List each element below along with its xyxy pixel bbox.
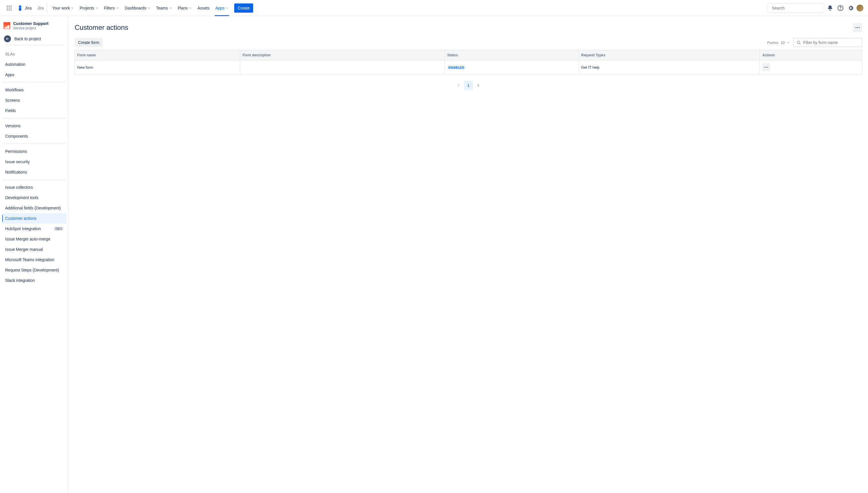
sidebar-item-label: Versions bbox=[5, 124, 21, 128]
sidebar-item-components[interactable]: Components bbox=[2, 131, 66, 141]
sidebar-item-label: HubSpot Integration bbox=[5, 227, 41, 231]
sidebar-item-microsoft-teams-integration[interactable]: Microsoft Teams integration bbox=[2, 255, 66, 265]
sidebar-item-truncated[interactable]: SLAs bbox=[2, 49, 66, 59]
global-search[interactable] bbox=[767, 3, 824, 13]
forms-count-label: Forms: bbox=[767, 41, 779, 45]
svg-point-6 bbox=[7, 9, 8, 10]
nav-item-plans[interactable]: Plans bbox=[175, 1, 194, 15]
forms-count-dropdown[interactable]: Forms: 10 bbox=[767, 41, 790, 45]
table-header: Request Types bbox=[579, 50, 760, 60]
pagination: 1 bbox=[75, 81, 862, 90]
cell-status: ENABLED bbox=[445, 60, 579, 74]
nav-item-label: Assets bbox=[198, 6, 209, 10]
app-switcher-icon[interactable] bbox=[5, 3, 14, 13]
svg-point-18 bbox=[859, 27, 860, 28]
svg-line-20 bbox=[799, 43, 800, 44]
nav-item-your-work[interactable]: Your work bbox=[50, 1, 76, 15]
chevron-down-icon bbox=[116, 7, 119, 9]
sidebar-item-fields[interactable]: Fields bbox=[2, 105, 66, 116]
cell-form-description bbox=[240, 60, 445, 74]
jira-logo-text: Jira bbox=[25, 5, 31, 10]
sidebar-item-additional-fields-development-[interactable]: Additional fields (Development) bbox=[2, 203, 66, 213]
filter-input[interactable] bbox=[803, 40, 860, 45]
svg-point-19 bbox=[797, 41, 800, 44]
nav-item-label: Projects bbox=[79, 6, 94, 10]
chevron-down-icon bbox=[147, 7, 151, 9]
svg-point-2 bbox=[10, 5, 12, 6]
sidebar-item-customer-actions[interactable]: Customer actions bbox=[2, 213, 66, 223]
sidebar-scroll[interactable]: SLAs AutomationAppsWorkflowsScreensField… bbox=[0, 45, 69, 493]
nav-item-filters[interactable]: Filters bbox=[101, 1, 121, 15]
sidebar-divider bbox=[3, 118, 66, 119]
sidebar-item-issue-collectors[interactable]: Issue collectors bbox=[2, 182, 66, 192]
sidebar-item-label: Workflows bbox=[5, 88, 24, 92]
primary-nav: Your workProjectsFiltersDashboardsTeamsP… bbox=[50, 1, 231, 15]
svg-point-4 bbox=[8, 7, 9, 8]
sidebar-item-permissions[interactable]: Permissions bbox=[2, 146, 66, 156]
sidebar-item-apps[interactable]: Apps bbox=[2, 69, 66, 80]
sidebar-item-badge: DEV bbox=[54, 227, 64, 231]
sidebar-item-slack-integration[interactable]: Slack integration bbox=[2, 275, 66, 285]
page-more-actions-button[interactable] bbox=[853, 23, 862, 32]
sidebar-item-hubspot-integration[interactable]: HubSpot IntegrationDEV bbox=[2, 223, 66, 234]
sidebar-item-label: Fields bbox=[5, 108, 16, 113]
sidebar-item-request-steps-development-[interactable]: Request Steps (Development) bbox=[2, 265, 66, 275]
svg-point-21 bbox=[764, 67, 765, 68]
svg-rect-15 bbox=[8, 26, 9, 29]
svg-point-8 bbox=[10, 9, 12, 10]
pagination-prev-button[interactable] bbox=[454, 81, 463, 90]
sidebar-item-label: Customer actions bbox=[5, 216, 37, 221]
nav-item-apps[interactable]: Apps bbox=[213, 1, 231, 15]
jira-logo[interactable]: Jira bbox=[15, 3, 33, 13]
sidebar-item-label: Components bbox=[5, 134, 28, 138]
svg-point-1 bbox=[8, 5, 9, 6]
create-button[interactable]: Create bbox=[234, 3, 253, 13]
nav-item-dashboards[interactable]: Dashboards bbox=[122, 1, 153, 15]
chevron-down-icon bbox=[95, 7, 98, 9]
chevron-right-icon bbox=[476, 83, 480, 88]
chevron-down-icon bbox=[71, 7, 74, 9]
chevron-down-icon bbox=[786, 41, 790, 44]
sidebar-item-issue-merger-manual[interactable]: Issue Merger manual bbox=[2, 244, 66, 255]
table-header: Form name bbox=[75, 50, 240, 60]
sidebar-item-notifications[interactable]: Notifications bbox=[2, 167, 66, 177]
back-to-project-link[interactable]: Back to project bbox=[0, 33, 69, 45]
filter-by-name[interactable] bbox=[793, 38, 862, 47]
sidebar-item-automation[interactable]: Automation bbox=[2, 59, 66, 69]
help-icon[interactable] bbox=[836, 3, 845, 13]
nav-item-label: Dashboards bbox=[124, 6, 146, 10]
global-search-input[interactable] bbox=[771, 5, 823, 10]
nav-item-label: Your work bbox=[52, 6, 70, 10]
pagination-next-button[interactable] bbox=[474, 81, 483, 90]
more-horizontal-icon bbox=[763, 65, 769, 70]
sidebar-item-label: Request Steps (Development) bbox=[5, 268, 59, 272]
svg-rect-14 bbox=[6, 26, 8, 29]
nav-item-projects[interactable]: Projects bbox=[77, 1, 100, 15]
jira-mark-icon bbox=[17, 5, 24, 12]
cell-request-types: Get IT help bbox=[579, 60, 760, 74]
sidebar-item-versions[interactable]: Versions bbox=[2, 121, 66, 131]
top-nav: Jira Jira Your workProjectsFiltersDashbo… bbox=[0, 0, 868, 16]
project-header[interactable]: Customer Support Service project bbox=[0, 16, 69, 33]
sidebar-item-label: Apps bbox=[5, 72, 14, 77]
more-horizontal-icon bbox=[855, 25, 861, 30]
settings-icon[interactable] bbox=[846, 3, 855, 13]
sidebar-item-workflows[interactable]: Workflows bbox=[2, 85, 66, 95]
pagination-page-current[interactable]: 1 bbox=[464, 81, 473, 90]
sidebar-item-development-tools[interactable]: Development tools bbox=[2, 192, 66, 203]
sidebar-item-issue-security[interactable]: Issue security bbox=[2, 156, 66, 167]
sidebar-item-issue-merger-auto-merge[interactable]: Issue Merger auto-merge bbox=[2, 234, 66, 244]
svg-point-7 bbox=[8, 9, 9, 10]
create-form-button[interactable]: Create form bbox=[75, 38, 103, 47]
sidebar-item-screens[interactable]: Screens bbox=[2, 95, 66, 105]
sidebar-item-label: Development tools bbox=[5, 195, 39, 200]
user-avatar[interactable] bbox=[856, 5, 863, 12]
nav-item-teams[interactable]: Teams bbox=[154, 1, 174, 15]
back-arrow-icon bbox=[4, 35, 11, 42]
notifications-icon[interactable] bbox=[825, 3, 835, 13]
nav-item-assets[interactable]: Assets bbox=[195, 1, 212, 15]
svg-point-0 bbox=[7, 5, 8, 6]
sidebar-item-label: Issue security bbox=[5, 159, 30, 164]
row-actions-button[interactable] bbox=[762, 63, 770, 71]
jira-product-label[interactable]: Jira bbox=[35, 3, 47, 13]
